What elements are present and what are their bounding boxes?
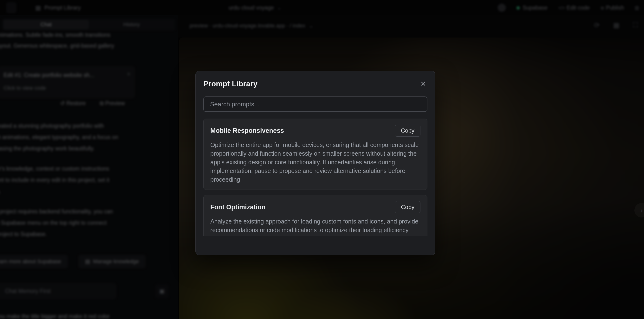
prompt-title: Mobile Responsiveness <box>210 127 284 134</box>
modal-title: Prompt Library <box>203 80 258 88</box>
prompt-library-modal: Prompt Library ✕ Mobile Responsiveness C… <box>196 71 435 255</box>
search-input[interactable] <box>203 96 428 112</box>
copy-button[interactable]: Copy <box>395 201 420 213</box>
prompt-list: Mobile Responsiveness Copy Optimize the … <box>203 118 428 236</box>
prompt-description: Analyze the existing approach for loadin… <box>210 217 420 234</box>
close-icon[interactable]: ✕ <box>419 80 428 88</box>
copy-button[interactable]: Copy <box>395 124 420 137</box>
prompt-card-mobile-responsiveness: Mobile Responsiveness Copy Optimize the … <box>203 118 428 190</box>
prompt-description: Optimize the entire app for mobile devic… <box>210 140 420 184</box>
prompt-card-font-optimization: Font Optimization Copy Analyze the exist… <box>203 195 428 236</box>
prompt-title: Font Optimization <box>210 204 266 211</box>
